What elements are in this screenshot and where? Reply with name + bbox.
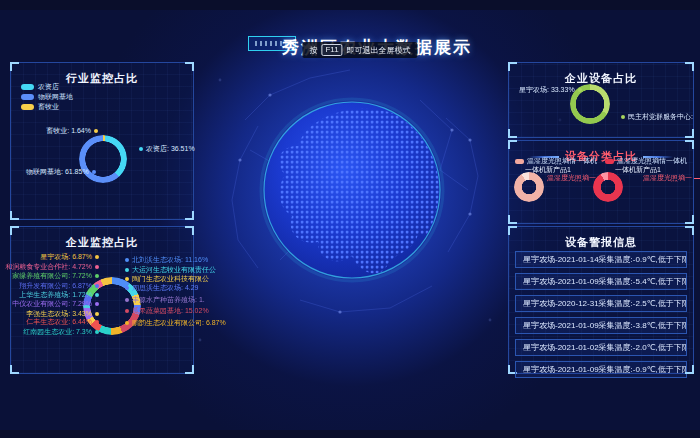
panel-device-ratio: 企业设备占比 星宇农场: 33.33% 民主村党群服务中心: [508,62,694,138]
chart-label: 民主村党群服务中心: [621,112,693,122]
alarm-list: 星宇农场-2021-01-14采集温度:-0.9℃,低于下限:0℃星宇农场-20… [515,251,687,383]
alarm-row: 星宇农场-2021-01-09采集温度:-5.4℃,低于下限:0℃ [515,273,687,290]
legend-item[interactable]: 畜牧业 [21,102,73,112]
chart-label: 大运河生态牧业有限责任公 [125,266,216,274]
top-bar [0,0,700,10]
chart-label: 鹏韵生态农业有限公司: 6.87% [125,319,226,327]
tip-suffix: 即可退出全屏模式 [347,45,411,56]
chart-label: 和润粮食专业合作社: 4.72% [5,263,99,271]
dashboard: 秀洲区农业大数据展示 按 F11 即可退出全屏模式 行业监控占比 农资店物联网基… [0,0,700,438]
chart-label: 李强生态农场: 3.43% [26,310,99,318]
legend-swatch-icon [21,84,34,90]
chart-label: 北刘浜生态农场: 11.16% [125,256,208,264]
panel-title: 企业监控占比 [11,227,193,250]
panel-device-classification: 设备分类占比 温湿度光照墒情一体机 温湿度光照墒情一体机 一体机新产品1 一体机… [508,140,694,224]
legend-item[interactable]: 物联网基地 [21,92,73,102]
panel-device-alarms: 设备警报信息 星宇农场-2021-01-14采集温度:-0.9℃,低于下限:0℃… [508,226,694,374]
chart-label: 陶门生态农业科技有限公 [125,275,209,283]
panel-industry-monitor: 行业监控占比 农资店物联网基地畜牧业 畜牧业: 1.64% 农资店: 36.51… [10,62,194,220]
legend-item[interactable]: 农资店 [21,82,73,92]
chart-label: 星宇农场: 6.87% [40,253,99,261]
industry-legend: 农资店物联网基地畜牧业 [21,82,73,112]
chart-label: 星宇农场: 33.33% [519,85,582,95]
chart-label: 周思浜生态农场: 4.29 [125,284,199,292]
bottom-bar [0,430,700,438]
legend-label: 物联网基地 [38,92,73,102]
chart-label: 翔升发有限公司: 6.87% [19,282,99,290]
chart-label: 物联网基地: 61.85% [26,167,96,177]
chart-label: 丰源水产种苗养殖场: 1. [125,296,205,304]
legend-swatch-icon [21,104,34,110]
panel-title: 企业设备占比 [509,63,693,86]
panel-title: 设备警报信息 [509,227,693,250]
legend-label: 农资店 [38,82,59,92]
alarm-row: 星宇农场-2020-12-31采集温度:-2.5℃,低于下限:0℃ [515,295,687,312]
chart-label: 上华生态养殖场: 1.72% [19,291,99,299]
chart-label: 瓜果蔬菜园基地: 15.02% [125,307,209,315]
chart-label: 农资店: 36.51% [139,144,195,154]
tip-prefix: 按 [309,45,317,56]
legend-swatch-icon [515,159,524,164]
chart-label: 中仪农业有限公司: 7.29% [12,300,99,308]
legend-swatch-icon [21,94,34,100]
chart-label: 仁丰生态农业: 6.44% [26,318,99,326]
f11-key-badge: F11 [321,44,342,56]
legend-swatch-icon [605,159,614,164]
panel-enterprise-monitor: 企业监控占比 星宇农场: 6.87%和润粮食专业合作社: 4.72%家缘养殖有限… [10,226,194,374]
fullscreen-tip: 按 F11 即可退出全屏模式 [302,42,417,58]
chart-label: 家缘养殖有限公司: 7.72% [12,272,99,280]
chart-label: 红南园生态农业: 7.3% [23,328,99,336]
alarm-row: 星宇农场-2021-01-09采集温度:-0.9℃,低于下限:0℃ [515,361,687,378]
alarm-row: 星宇农场-2021-01-14采集温度:-0.9℃,低于下限:0℃ [515,251,687,268]
alarm-row: 星宇农场-2021-01-09采集温度:-3.8℃,低于下限:0℃ [515,317,687,334]
alarm-row: 星宇农场-2021-01-02采集温度:-2.0℃,低于下限:0℃ [515,339,687,356]
chart-label: 畜牧业: 1.64% [46,126,98,136]
device-class-left-donut-chart[interactable] [514,172,544,202]
legend-label: 畜牧业 [38,102,59,112]
chart-label: 温湿度光照墒一 [643,173,700,183]
device-class-right-donut-chart[interactable] [593,172,623,202]
